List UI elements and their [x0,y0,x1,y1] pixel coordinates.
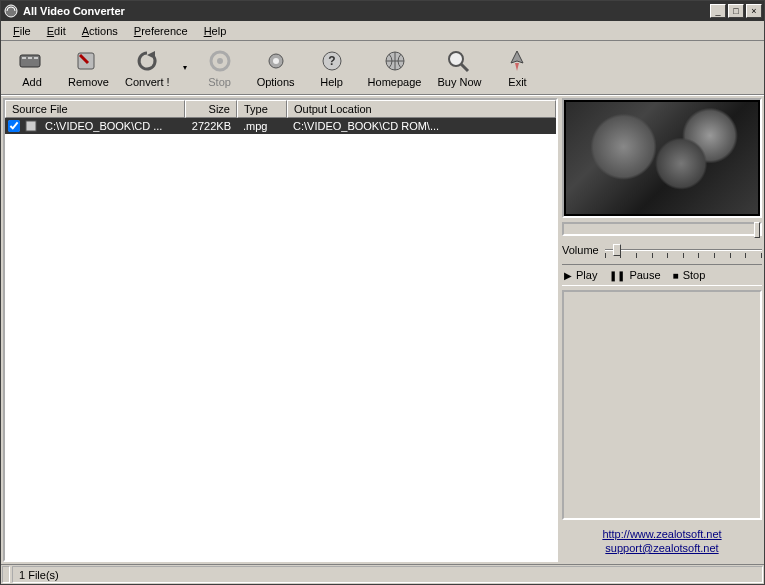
menu-actions[interactable]: Actions [74,23,126,39]
close-button[interactable]: × [746,4,762,18]
homepage-button[interactable]: Homepage [361,43,429,93]
main-area: Source File Size Type Output Location C:… [1,95,764,564]
preview-frame [566,102,758,214]
remove-label: Remove [68,76,109,88]
status-grip [2,566,10,583]
pause-button[interactable]: ❚❚Pause [609,269,660,281]
app-window: All Video Converter _ □ × File Edit Acti… [0,0,765,585]
cell-output: C:\VIDEO_BOOK\CD ROM\... [287,119,556,133]
buynow-label: Buy Now [437,76,481,88]
play-button[interactable]: ▶Play [564,269,597,281]
volume-slider[interactable] [605,242,762,258]
svg-rect-2 [22,57,26,59]
buynow-button[interactable]: Buy Now [430,43,488,93]
exit-button[interactable]: Exit [490,43,544,93]
help-button[interactable]: ? Help [305,43,359,93]
play-icon: ▶ [564,270,572,281]
row-checkbox[interactable] [8,120,20,132]
menu-bar: File Edit Actions Preference Help [1,21,764,41]
svg-rect-4 [34,57,38,59]
row-checkbox-cell[interactable] [5,120,23,132]
globe-icon [381,48,409,74]
options-label: Options [257,76,295,88]
col-source[interactable]: Source File [5,100,185,118]
remove-icon [74,48,102,74]
stop-playback-label: Stop [683,269,706,281]
pause-icon: ❚❚ [609,270,625,281]
svg-rect-3 [28,57,32,59]
file-icon [23,120,39,132]
add-label: Add [22,76,42,88]
title-bar: All Video Converter _ □ × [1,1,764,21]
svg-rect-1 [20,55,40,67]
convert-dropdown[interactable]: ▾ [179,43,191,93]
menu-file[interactable]: File [5,23,39,39]
info-box [562,290,762,520]
svg-line-14 [461,64,468,71]
menu-edit[interactable]: Edit [39,23,74,39]
col-size[interactable]: Size [185,100,237,118]
toolbar: Add Remove Convert ! ▾ Stop Options [1,41,764,95]
window-title: All Video Converter [23,5,708,17]
help-icon: ? [318,48,346,74]
status-filecount: 1 File(s) [12,566,763,583]
svg-rect-15 [26,121,36,131]
stop-button[interactable]: Stop [193,43,247,93]
file-list-pane: Source File Size Type Output Location C:… [3,98,558,562]
seek-slider[interactable] [562,222,762,236]
stop-label: Stop [208,76,231,88]
homepage-link[interactable]: http://www.zealotsoft.net [562,528,762,540]
homepage-label: Homepage [368,76,422,88]
stop-playback-button[interactable]: ■Stop [673,269,706,281]
cell-source: C:\VIDEO_BOOK\CD ... [39,119,185,133]
table-row[interactable]: C:\VIDEO_BOOK\CD ... 2722KB .mpg C:\VIDE… [5,118,556,134]
convert-button[interactable]: Convert ! [118,43,177,93]
stop-icon [206,48,234,74]
app-icon [3,3,19,19]
svg-point-9 [273,58,279,64]
film-add-icon [18,48,46,74]
play-label: Play [576,269,597,281]
svg-point-7 [217,58,223,64]
remove-button[interactable]: Remove [61,43,116,93]
video-preview[interactable] [562,98,762,218]
col-output[interactable]: Output Location [287,100,556,118]
volume-track [605,249,762,251]
playback-controls: ▶Play ❚❚Pause ■Stop [562,264,762,286]
links: http://www.zealotsoft.net support@zealot… [562,520,762,562]
options-button[interactable]: Options [249,43,303,93]
window-buttons: _ □ × [708,4,762,18]
help-label: Help [320,76,343,88]
volume-ticks [605,253,762,258]
col-type[interactable]: Type [237,100,287,118]
status-bar: 1 File(s) [1,564,764,584]
stop-playback-icon: ■ [673,270,679,281]
exit-label: Exit [508,76,526,88]
pause-label: Pause [629,269,660,281]
svg-text:?: ? [328,54,335,68]
convert-icon [133,48,161,74]
seek-thumb[interactable] [754,222,760,238]
volume-label: Volume [562,244,599,256]
cell-size: 2722KB [185,119,237,133]
svg-point-13 [449,52,463,66]
cell-type: .mpg [237,119,287,133]
column-headers: Source File Size Type Output Location [5,100,556,118]
menu-help[interactable]: Help [196,23,235,39]
minimize-button[interactable]: _ [710,4,726,18]
support-email-link[interactable]: support@zealotsoft.net [562,542,762,554]
convert-label: Convert ! [125,76,170,88]
add-button[interactable]: Add [5,43,59,93]
volume-row: Volume [562,242,762,258]
maximize-button[interactable]: □ [728,4,744,18]
gear-icon [262,48,290,74]
search-dollar-icon [445,48,473,74]
menu-preference[interactable]: Preference [126,23,196,39]
file-list[interactable]: C:\VIDEO_BOOK\CD ... 2722KB .mpg C:\VIDE… [5,118,556,560]
side-panel: Volume ▶Play ❚❚Pause ■Stop http://www.ze… [562,98,762,562]
rocket-icon [503,48,531,74]
volume-thumb[interactable] [613,244,621,256]
